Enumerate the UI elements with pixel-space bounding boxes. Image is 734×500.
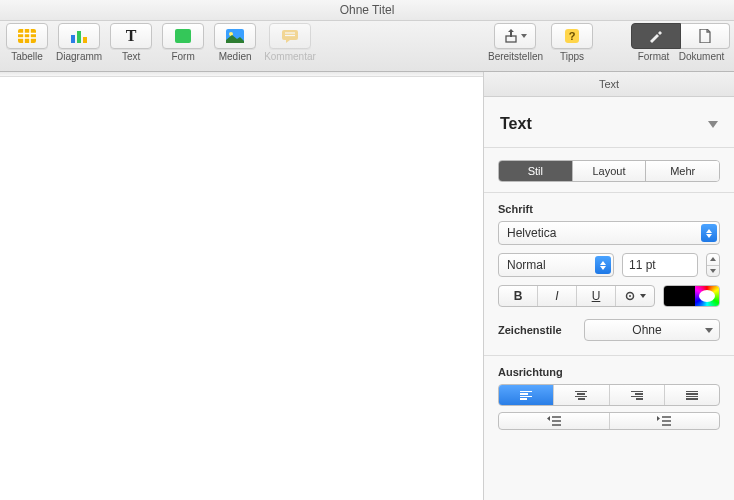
tab-stil[interactable]: Stil xyxy=(499,161,572,181)
document-canvas[interactable] xyxy=(0,72,484,500)
svg-point-18 xyxy=(629,295,631,297)
toolbar-label: Tabelle xyxy=(11,51,43,62)
gear-icon xyxy=(625,290,639,302)
character-style-value: Ohne xyxy=(632,323,661,337)
toolbar-media-button[interactable]: Medien xyxy=(212,23,258,62)
underline-button[interactable]: U xyxy=(576,286,615,306)
indent-button[interactable] xyxy=(609,413,720,429)
character-style-select[interactable]: Ohne xyxy=(584,319,720,341)
character-styles-label: Zeichenstile xyxy=(498,324,562,336)
align-center-button[interactable] xyxy=(553,385,608,405)
format-inspector: Text Text Stil Layout Mehr Schrift Helve… xyxy=(484,72,734,500)
toolbar-tips-button[interactable]: ? Tipps xyxy=(549,23,595,62)
select-arrows-icon xyxy=(595,256,611,274)
text-style-segment: B I U xyxy=(498,285,655,307)
tab-layout[interactable]: Layout xyxy=(572,161,646,181)
svg-rect-8 xyxy=(175,29,191,43)
toolbar-chart-button[interactable]: Diagramm xyxy=(56,23,102,62)
toolbar-share-button[interactable]: Bereitstellen xyxy=(488,23,543,62)
document-tab-label: Dokument xyxy=(678,51,726,62)
toolbar-shape-button[interactable]: Form xyxy=(160,23,206,62)
toolbar-comment-button[interactable]: Kommentar xyxy=(264,23,316,62)
inspector-header: Text xyxy=(484,72,734,97)
chart-icon xyxy=(58,23,100,49)
italic-button[interactable]: I xyxy=(537,286,576,306)
toolbar-table-button[interactable]: Tabelle xyxy=(4,23,50,62)
font-size-field[interactable]: 11 pt xyxy=(622,253,698,277)
tips-icon: ? xyxy=(551,23,593,49)
format-tab-button[interactable] xyxy=(631,23,681,49)
svg-rect-6 xyxy=(77,31,81,43)
svg-text:?: ? xyxy=(569,30,576,42)
shape-icon xyxy=(162,23,204,49)
toolbar-label: Form xyxy=(171,51,194,62)
divider xyxy=(484,192,734,193)
inspector-tabs: Stil Layout Mehr xyxy=(498,160,720,182)
inspector-mode-segment xyxy=(631,23,730,49)
stepper-down-icon[interactable] xyxy=(707,266,719,277)
divider xyxy=(484,147,734,148)
toolbar-label: Bereitstellen xyxy=(488,51,543,62)
bold-button[interactable]: B xyxy=(499,286,537,306)
dropdown-caret-icon xyxy=(521,34,527,38)
toolbar-label: Kommentar xyxy=(264,51,316,62)
divider xyxy=(484,355,734,356)
font-weight-value: Normal xyxy=(507,258,546,272)
window-title: Ohne Titel xyxy=(340,3,395,17)
paragraph-style-name[interactable]: Text xyxy=(500,115,532,133)
chevron-down-icon xyxy=(705,328,713,333)
toolbar-label: Tipps xyxy=(560,51,584,62)
toolbar: Tabelle Diagramm T Text Form Medien xyxy=(0,21,734,72)
color-picker-icon[interactable] xyxy=(695,286,719,306)
content-area: Text Text Stil Layout Mehr Schrift Helve… xyxy=(0,72,734,500)
text-icon: T xyxy=(110,23,152,49)
outdent-button[interactable] xyxy=(499,413,609,429)
font-size-stepper[interactable] xyxy=(706,253,720,277)
tab-mehr[interactable]: Mehr xyxy=(645,161,719,181)
align-right-button[interactable] xyxy=(609,385,664,405)
horizontal-alignment-segment xyxy=(498,384,720,406)
media-icon xyxy=(214,23,256,49)
font-weight-select[interactable]: Normal xyxy=(498,253,614,277)
toolbar-label: Medien xyxy=(219,51,252,62)
toolbar-label: Diagramm xyxy=(56,51,102,62)
inspector-header-label: Text xyxy=(599,78,619,90)
window-titlebar: Ohne Titel xyxy=(0,0,734,21)
align-justify-button[interactable] xyxy=(664,385,719,405)
table-icon xyxy=(6,23,48,49)
svg-rect-7 xyxy=(83,37,87,43)
color-swatch[interactable] xyxy=(664,286,695,306)
chevron-down-icon[interactable] xyxy=(708,121,718,128)
align-left-button[interactable] xyxy=(499,385,553,405)
select-arrows-icon xyxy=(701,224,717,242)
text-options-button[interactable] xyxy=(615,286,654,306)
comment-icon xyxy=(269,23,311,49)
stepper-up-icon[interactable] xyxy=(707,254,719,266)
svg-rect-5 xyxy=(71,35,75,43)
indent-segment xyxy=(498,412,720,430)
toolbar-label: Text xyxy=(122,51,140,62)
document-tab-button[interactable] xyxy=(681,23,730,49)
text-color-well[interactable] xyxy=(663,285,720,307)
svg-rect-0 xyxy=(18,29,36,43)
alignment-section-label: Ausrichtung xyxy=(498,366,720,378)
share-icon xyxy=(494,23,536,49)
font-family-select[interactable]: Helvetica xyxy=(498,221,720,245)
font-section-label: Schrift xyxy=(498,203,720,215)
format-tab-label: Format xyxy=(630,51,678,62)
font-size-value: 11 pt xyxy=(629,258,656,272)
font-family-value: Helvetica xyxy=(507,226,556,240)
toolbar-text-button[interactable]: T Text xyxy=(108,23,154,62)
